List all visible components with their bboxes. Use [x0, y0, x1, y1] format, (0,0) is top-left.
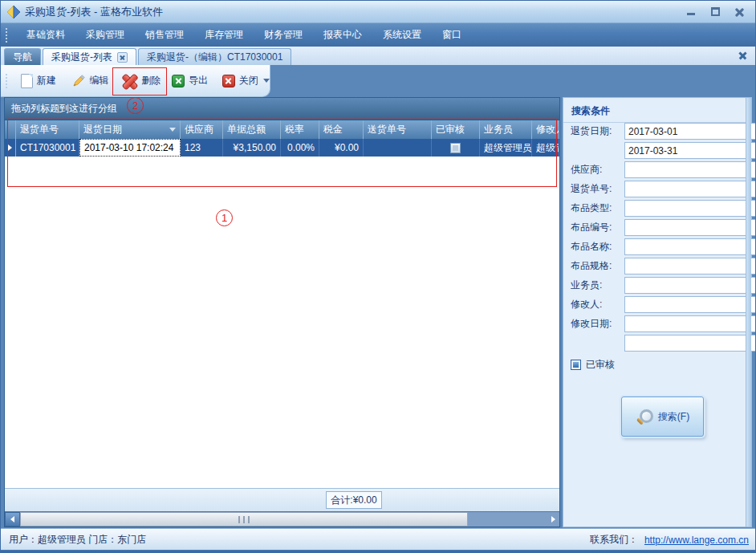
approved-checkbox[interactable] — [450, 143, 461, 153]
return-no-input[interactable] — [625, 181, 756, 197]
data-grid: 退货单号 退货日期 供应商 单据总额 税率 税金 送货单号 已审核 业务员 修改… — [5, 120, 559, 157]
approved-filter: 已审核 — [571, 358, 740, 372]
group-by-bar: 拖动列标题到这进行分组 — [5, 98, 559, 120]
cell-supplier[interactable]: 123 — [181, 139, 223, 157]
fabric-type-input[interactable] — [625, 201, 756, 216]
field-modifier: 修改人: — [571, 296, 740, 313]
main-area: 拖动列标题到这进行分组 退货单号 退货日期 供应商 单据总额 税率 税金 送货单… — [1, 97, 756, 529]
supplier-input[interactable] — [625, 162, 756, 177]
maximize-icon[interactable] — [709, 6, 721, 18]
export-button[interactable]: 导出 — [167, 68, 217, 94]
cell-salesman[interactable]: 超级管理员 — [480, 139, 532, 157]
edit-button[interactable]: 编辑 — [67, 68, 117, 94]
status-bar: 用户：超级管理员 门店：东门店 联系我们： http://www.lange.c… — [1, 529, 756, 550]
field-fabric-spec: 布品规格: — [571, 258, 740, 274]
field-return-date-from: 退货日期: — [571, 123, 740, 140]
tab-close-icon[interactable] — [117, 52, 128, 63]
cell-tax[interactable]: ¥0.00 — [319, 139, 364, 157]
menu-item-inventory[interactable]: 库存管理 — [194, 25, 254, 45]
fabric-spec-input[interactable] — [625, 258, 756, 274]
search-button[interactable]: 搜索(F) — [621, 396, 704, 437]
col-header-delivery-no[interactable]: 送货单号 — [364, 120, 432, 139]
col-header-salesman[interactable]: 业务员 — [480, 120, 532, 139]
app-logo-icon — [7, 6, 20, 18]
grid-footer: 合计:¥0.00 — [5, 488, 559, 511]
status-contact: 联系我们： http://www.lange.com.cn — [590, 533, 749, 547]
window-bottom-edge — [1, 550, 756, 553]
window-title: 采购退货-列表 - 蓝格布业软件 — [25, 5, 163, 19]
menu-item-reports[interactable]: 报表中心 — [313, 25, 372, 45]
cell-tax-rate[interactable]: 0.00% — [281, 139, 319, 157]
menu-grip-icon — [6, 28, 10, 43]
window-controls — [685, 6, 750, 18]
modify-date-to-input[interactable] — [625, 335, 756, 351]
scrollbar-thumb[interactable] — [20, 512, 468, 527]
table-row[interactable]: CT17030001 2017-03-10 17:02:24 123 ¥3,15… — [5, 139, 559, 157]
col-header-modified-by[interactable]: 修改人 — [532, 120, 559, 139]
title-bar: 采购退货-列表 - 蓝格布业软件 — [1, 1, 756, 23]
menu-item-sales[interactable]: 销售管理 — [135, 25, 194, 45]
close-icon[interactable] — [733, 6, 746, 18]
modifier-input[interactable] — [625, 297, 756, 312]
minimize-icon[interactable] — [685, 6, 697, 18]
horizontal-scrollbar[interactable] — [5, 511, 559, 527]
menu-item-finance[interactable]: 财务管理 — [254, 25, 313, 45]
close-dropdown-icon[interactable] — [263, 79, 270, 83]
col-header-total[interactable]: 单据总额 — [223, 120, 281, 139]
search-fields: 退货日期: 供应商: 退货单号: — [571, 123, 740, 372]
col-header-approved[interactable]: 已审核 — [432, 120, 480, 139]
tab-navigation[interactable]: 导航 — [4, 48, 41, 65]
cell-return-date[interactable]: 2017-03-10 17:02:24 — [79, 139, 181, 157]
fabric-code-input[interactable] — [625, 220, 756, 235]
scroll-right-icon[interactable] — [547, 512, 559, 527]
grid-header-row: 退货单号 退货日期 供应商 单据总额 税率 税金 送货单号 已审核 业务员 修改… — [5, 120, 559, 139]
col-header-return-no[interactable]: 退货单号 — [16, 120, 79, 139]
cell-total[interactable]: ¥3,150.00 — [223, 139, 281, 157]
tab-purchase-return-edit[interactable]: 采购退货-（编辑）CT17030001 — [138, 48, 291, 65]
close-view-button[interactable]: 关闭 — [217, 68, 262, 94]
field-supplier: 供应商: — [571, 161, 740, 178]
new-button[interactable]: 新建 — [16, 68, 67, 94]
cell-delivery-no[interactable] — [364, 139, 432, 157]
delete-cross-icon — [121, 73, 137, 89]
field-modify-date-to — [571, 335, 740, 352]
cell-return-no[interactable]: CT17030001 — [16, 139, 79, 157]
field-fabric-type: 布品类型: — [571, 200, 740, 217]
cell-modified-by[interactable]: 超级管理员 — [532, 139, 559, 157]
website-link[interactable]: http://www.lange.com.cn — [644, 535, 749, 546]
panel-scrollbar[interactable] — [746, 98, 751, 527]
col-header-return-date[interactable]: 退货日期 — [79, 120, 181, 139]
field-modify-date-from: 修改日期: — [571, 315, 740, 332]
field-fabric-code: 布品编号: — [571, 219, 740, 236]
pencil-icon — [71, 74, 86, 88]
fabric-name-input[interactable] — [625, 239, 756, 254]
col-header-tax[interactable]: 税金 — [319, 120, 364, 139]
modify-date-from-input[interactable] — [625, 316, 756, 331]
search-icon — [636, 409, 652, 425]
approved-filter-label: 已审核 — [586, 358, 615, 372]
col-header-supplier[interactable]: 供应商 — [181, 120, 223, 139]
field-fabric-name: 布品名称: — [571, 238, 740, 255]
scrollbar-grip-icon — [238, 516, 250, 523]
cell-approved — [432, 139, 480, 157]
field-salesman: 业务员: — [571, 277, 740, 294]
return-date-from-input[interactable] — [625, 124, 756, 139]
return-date-to-input[interactable] — [625, 143, 756, 158]
menu-item-base-data[interactable]: 基础资料 — [16, 25, 75, 45]
salesman-input[interactable] — [625, 278, 756, 293]
menu-item-purchase[interactable]: 采购管理 — [75, 25, 135, 45]
tabstrip-close-icon[interactable] — [738, 50, 749, 61]
approved-filter-checkbox[interactable] — [571, 360, 581, 370]
tab-purchase-return-list[interactable]: 采购退货-列表 — [43, 48, 136, 65]
excel-icon — [172, 75, 185, 87]
row-indicator — [5, 139, 16, 157]
menu-item-settings[interactable]: 系统设置 — [372, 25, 432, 45]
scroll-left-icon[interactable] — [5, 512, 20, 527]
search-panel: 搜索条件 退货日期: 供应商: — [563, 97, 752, 527]
app-window: 采购退货-列表 - 蓝格布业软件 基础资料 采购管理 销售管理 库存管理 财务管… — [0, 0, 756, 553]
delete-button[interactable]: 删除 — [116, 68, 167, 94]
header-indicator — [5, 120, 16, 139]
col-header-tax-rate[interactable]: 税率 — [281, 120, 319, 139]
toolbar: 新建 编辑 删除 导出 关闭 — [1, 65, 756, 97]
menu-item-window[interactable]: 窗口 — [432, 25, 472, 45]
